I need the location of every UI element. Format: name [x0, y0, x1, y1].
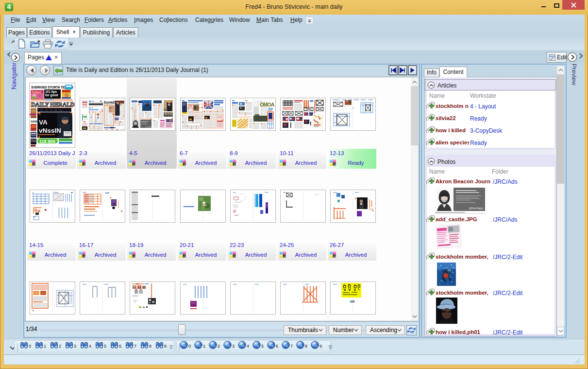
svg-text:EXTRA: EXTRA	[40, 108, 64, 113]
svg-text:VA: VA	[39, 119, 48, 126]
svg-text:Tradjpol: Tradjpol	[32, 90, 41, 93]
svg-text:strengi: strengi	[146, 126, 152, 128]
svg-text:for good: for good	[45, 93, 58, 97]
svg-text:SIDE:: SIDE:	[31, 120, 38, 123]
svg-text:Eureka: Eureka	[104, 101, 114, 104]
svg-text:vNssIN: vNssIN	[39, 127, 61, 134]
svg-text:@Heritage: @Heritage	[469, 207, 483, 210]
svg-text:DAILY HERALD: DAILY HERALD	[31, 101, 75, 108]
svg-text:118 800: 118 800	[39, 139, 55, 144]
svg-text:OMOA: OMOA	[260, 102, 275, 107]
